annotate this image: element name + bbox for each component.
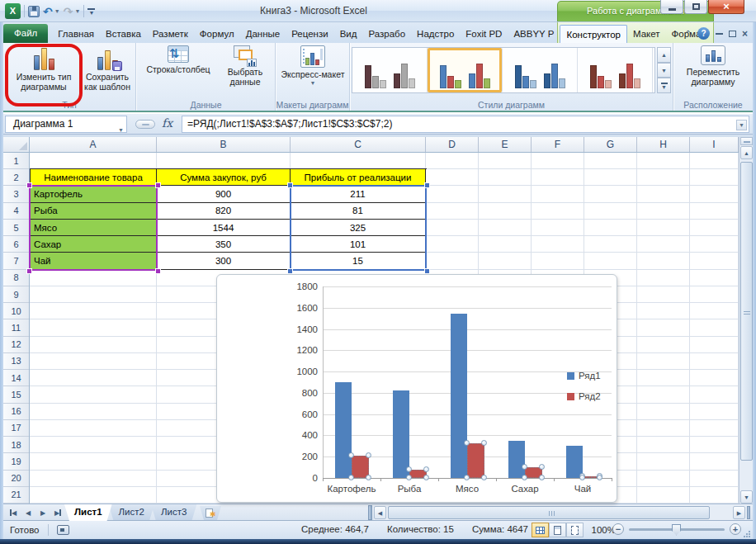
excel-logo-icon[interactable]: X: [5, 3, 21, 19]
vertical-split-handle[interactable]: [740, 137, 753, 145]
collapse-ribbon-icon[interactable]: ⌃: [685, 28, 692, 40]
cell-B4[interactable]: 820: [157, 203, 291, 220]
undo-icon[interactable]: ↶: [43, 6, 53, 17]
row-header-19[interactable]: 19: [3, 453, 29, 470]
workbook-restore-icon[interactable]: [729, 31, 736, 37]
redo-dropdown-icon[interactable]: ▼: [74, 8, 80, 14]
undo-dropdown-icon[interactable]: ▼: [54, 8, 60, 14]
row-header-15[interactable]: 15: [3, 386, 29, 403]
column-header-B[interactable]: B: [157, 137, 291, 152]
selection-handle[interactable]: [425, 183, 429, 187]
row-header-3[interactable]: 3: [3, 186, 29, 202]
quick-layout-button[interactable]: Экспресс-макет ▼: [279, 45, 347, 86]
first-sheet-icon[interactable]: ◀: [7, 506, 20, 519]
page-break-view-button[interactable]: [566, 523, 584, 537]
row-header-10[interactable]: 10: [3, 303, 29, 319]
chart-bar-series2-cat2[interactable]: [467, 443, 484, 478]
normal-view-button[interactable]: [532, 523, 549, 537]
close-button[interactable]: ×: [708, 0, 744, 14]
ribbon-tab-formulas[interactable]: Формул: [194, 25, 240, 43]
row-header-16[interactable]: 16: [3, 404, 29, 420]
prev-sheet-icon[interactable]: ◀: [21, 506, 35, 519]
ribbon-tab-insert[interactable]: Вставка: [100, 25, 147, 43]
legend-item-2[interactable]: Ряд2: [567, 391, 601, 401]
cell-A2[interactable]: Наименование товара: [31, 169, 157, 186]
help-icon[interactable]: ?: [697, 27, 710, 40]
cell-B5[interactable]: 1544: [157, 220, 291, 236]
page-layout-view-button[interactable]: [549, 523, 566, 537]
chart-style-red[interactable]: [578, 48, 653, 92]
row-header-13[interactable]: 13: [3, 353, 29, 370]
chart-bar-series1-cat2[interactable]: [451, 314, 467, 478]
workbook-minimize-icon[interactable]: [716, 33, 723, 35]
legend-item-1[interactable]: Ряд1: [567, 371, 601, 381]
row-header-2[interactable]: 2: [3, 169, 29, 186]
zoom-out-icon[interactable]: −: [612, 523, 624, 535]
selection-handle[interactable]: [27, 183, 31, 187]
cell-B3[interactable]: 900: [157, 186, 291, 202]
scroll-down-icon[interactable]: ▼: [740, 490, 753, 504]
chart-bar-series1-cat3[interactable]: [508, 441, 525, 478]
column-header-C[interactable]: C: [291, 137, 426, 152]
column-header-I[interactable]: I: [690, 137, 739, 152]
insert-function-icon[interactable]: fx: [162, 116, 172, 130]
move-chart-button[interactable]: Переместить диаграмму: [678, 45, 748, 87]
insert-sheet-button[interactable]: ✱: [200, 506, 221, 520]
selection-handle[interactable]: [425, 269, 429, 273]
selection-handle[interactable]: [156, 269, 160, 273]
row-header-6[interactable]: 6: [3, 236, 29, 253]
zoom-slider-thumb[interactable]: [672, 524, 681, 536]
formula-expand-icon[interactable]: ▼: [736, 120, 747, 130]
qat-customize-icon[interactable]: ▼: [87, 8, 95, 15]
row-header-20[interactable]: 20: [3, 471, 29, 487]
row-header-21[interactable]: 21: [3, 487, 29, 504]
sheet-tab-2[interactable]: Лист2: [109, 504, 154, 521]
macro-record-icon[interactable]: [57, 525, 69, 535]
row-header-11[interactable]: 11: [3, 319, 29, 336]
column-header-E[interactable]: E: [479, 137, 532, 152]
formula-input[interactable]: =РЯД(;Лист1!$A$3:$A$7;Лист1!$C$3:$C$7;2)…: [182, 116, 749, 133]
selection-handle[interactable]: [27, 269, 31, 273]
ribbon-tab-data[interactable]: Данные: [240, 25, 286, 43]
maximize-button[interactable]: [684, 0, 707, 14]
select-all-corner[interactable]: [3, 137, 30, 153]
scroll-up-icon[interactable]: ▲: [740, 146, 753, 159]
switch-row-column-button[interactable]: ⇅ Строка/столбец: [142, 45, 215, 75]
ribbon-tab-page-layout[interactable]: Разметк: [147, 25, 194, 43]
save-as-template-button[interactable]: Сохранить как шаблон: [81, 45, 134, 92]
ribbon-tab-chart-layout[interactable]: Макет: [627, 25, 666, 43]
column-header-A[interactable]: A: [30, 137, 157, 152]
minimize-button[interactable]: [660, 0, 683, 14]
row-header-7[interactable]: 7: [3, 253, 29, 269]
gallery-more-icon[interactable]: ▼: [657, 78, 671, 93]
row-header-14[interactable]: 14: [3, 370, 29, 386]
cell-B7[interactable]: 300: [157, 253, 291, 269]
resize-grip[interactable]: [743, 530, 751, 538]
sheet-tab-1[interactable]: Лист1: [64, 504, 112, 521]
zoom-slider[interactable]: [629, 528, 725, 531]
next-sheet-icon[interactable]: ▶: [36, 506, 50, 519]
ribbon-tab-review[interactable]: Рецензи: [286, 25, 333, 43]
cell-B2[interactable]: Сумма закупок, руб: [157, 169, 291, 186]
vertical-scrollbar[interactable]: ▲ ▼: [739, 137, 753, 504]
ribbon-tab-developer[interactable]: Разрабо: [362, 25, 411, 43]
scroll-right-icon[interactable]: ▶: [733, 506, 745, 519]
column-header-D[interactable]: D: [426, 137, 479, 152]
selection-handle[interactable]: [288, 269, 292, 273]
row-header-1[interactable]: 1: [3, 153, 29, 169]
column-header-F[interactable]: F: [532, 137, 584, 152]
last-sheet-icon[interactable]: ▶: [51, 506, 64, 519]
ribbon-tab-abbyy[interactable]: ABBYY P: [508, 25, 560, 43]
ribbon-tab-add-ins[interactable]: Надстро: [411, 25, 460, 43]
ribbon-tab-home[interactable]: Главная: [52, 25, 100, 43]
horizontal-split-handle[interactable]: [747, 506, 750, 519]
column-header-H[interactable]: H: [637, 137, 690, 152]
horizontal-scroll-thumb[interactable]: [388, 506, 710, 519]
embedded-chart[interactable]: 020040060080010001200140016001800Картофе…: [216, 274, 617, 503]
cell-C2[interactable]: Прибыль от реализации: [291, 169, 426, 186]
row-header-8[interactable]: 8: [3, 270, 29, 286]
select-data-button[interactable]: Выбрать данные: [218, 45, 272, 87]
sheet-tab-3[interactable]: Лист3: [151, 504, 196, 521]
row-header-4[interactable]: 4: [3, 203, 29, 220]
cell-B6[interactable]: 350: [157, 236, 291, 253]
